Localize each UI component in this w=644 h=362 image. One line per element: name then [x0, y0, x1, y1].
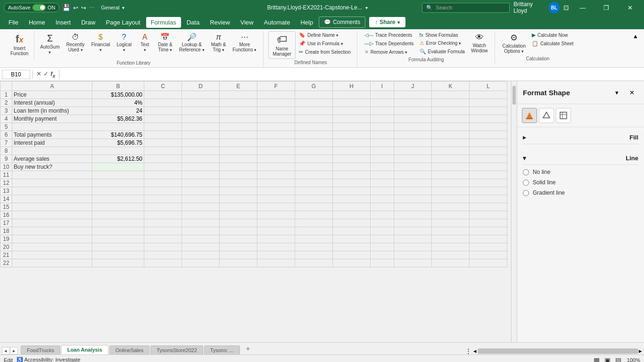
cell-k22[interactable] [432, 259, 470, 267]
cell-i11[interactable] [371, 171, 394, 179]
formula-confirm-icon[interactable]: ✓ [43, 70, 49, 79]
cell-i5[interactable] [371, 123, 394, 131]
cell-c10[interactable] [144, 163, 182, 171]
ribbon-display-icon[interactable]: ⊡ [563, 4, 569, 11]
cell-f19[interactable] [257, 235, 295, 243]
cell-f21[interactable] [257, 251, 295, 259]
evaluate-formula-button[interactable]: 🔍 Evaluate Formula [417, 48, 467, 56]
cell-e18[interactable] [220, 227, 257, 235]
save-icon[interactable]: 💾 [62, 4, 70, 11]
row-header-19[interactable]: 19 [0, 235, 12, 243]
row-header-3[interactable]: 3 [0, 107, 12, 115]
cell-j7[interactable] [394, 139, 432, 147]
no-line-option[interactable]: No line [523, 169, 638, 175]
gradient-line-radio[interactable] [523, 190, 529, 196]
spreadsheet[interactable]: A B C D E F G H I J K L 1Price$ [0, 81, 511, 342]
cell-i7[interactable] [371, 139, 394, 147]
cell-j22[interactable] [394, 259, 432, 267]
cell-l4[interactable] [470, 115, 507, 123]
cell-a8[interactable] [12, 147, 92, 155]
quick-access-dropdown[interactable]: ▾ [122, 5, 124, 10]
cell-h20[interactable] [333, 243, 371, 251]
ribbon-collapse-button[interactable]: ▲ [631, 31, 640, 41]
sheet-tab-foodtrucks[interactable]: FoodTrucks [21, 346, 60, 354]
cell-i14[interactable] [371, 195, 394, 203]
cell-l10[interactable] [470, 163, 507, 171]
cell-b14[interactable] [92, 195, 144, 203]
cell-h1[interactable] [333, 91, 371, 99]
cell-b13[interactable] [92, 187, 144, 195]
cell-b12[interactable] [92, 179, 144, 187]
cell-b16[interactable] [92, 211, 144, 219]
col-header-k[interactable]: K [432, 82, 470, 91]
cell-l15[interactable] [470, 203, 507, 211]
cell-a14[interactable] [12, 195, 92, 203]
cell-b6[interactable]: $140,696.75 [92, 131, 144, 139]
menu-draw[interactable]: Draw [76, 17, 100, 28]
cell-f12[interactable] [257, 179, 295, 187]
cell-d14[interactable] [182, 195, 220, 203]
sheet-tab-loan-analysis[interactable]: Loan Analysis [61, 345, 108, 354]
cell-g18[interactable] [295, 227, 333, 235]
text-button[interactable]: A Text▾ [135, 31, 154, 54]
solid-line-radio[interactable] [523, 180, 529, 186]
cell-a21[interactable] [12, 251, 92, 259]
cell-j12[interactable] [394, 179, 432, 187]
cell-e9[interactable] [220, 155, 257, 163]
cell-d8[interactable] [182, 147, 220, 155]
cell-e10[interactable] [220, 163, 257, 171]
cell-c5[interactable] [144, 123, 182, 131]
cell-k8[interactable] [432, 147, 470, 155]
autosave-badge[interactable]: AutoSave ON [4, 3, 59, 12]
cell-a16[interactable] [12, 211, 92, 219]
cell-k18[interactable] [432, 227, 470, 235]
cell-reference-input[interactable] [2, 70, 30, 79]
row-header-15[interactable]: 15 [0, 203, 12, 211]
undo-icon[interactable]: ↩ [73, 4, 78, 11]
cell-c8[interactable] [144, 147, 182, 155]
col-header-a[interactable]: A [12, 82, 92, 91]
formula-fx-icon[interactable]: fx [50, 70, 55, 79]
menu-review[interactable]: Review [205, 17, 235, 28]
calculate-sheet-button[interactable]: 📋 Calculate Sheet [529, 40, 576, 48]
cell-a22[interactable] [12, 259, 92, 267]
fill-section-header[interactable]: Fill [523, 131, 638, 144]
cell-g20[interactable] [295, 243, 333, 251]
row-header-13[interactable]: 13 [0, 187, 12, 195]
cell-g13[interactable] [295, 187, 333, 195]
cell-d19[interactable] [182, 235, 220, 243]
row-header-11[interactable]: 11 [0, 171, 12, 179]
cell-j19[interactable] [394, 235, 432, 243]
cell-e7[interactable] [220, 139, 257, 147]
col-header-l[interactable]: L [470, 82, 507, 91]
col-header-f[interactable]: F [257, 82, 295, 91]
cell-f8[interactable] [257, 147, 295, 155]
cell-j2[interactable] [394, 99, 432, 107]
cell-e15[interactable] [220, 203, 257, 211]
cell-k15[interactable] [432, 203, 470, 211]
row-header-4[interactable]: 4 [0, 115, 12, 123]
row-header-2[interactable]: 2 [0, 99, 12, 107]
cell-d6[interactable] [182, 131, 220, 139]
watch-window-button[interactable]: 👁 WatchWindow [468, 31, 491, 55]
financial-button[interactable]: $ Financial▾ [88, 31, 113, 54]
cell-d15[interactable] [182, 203, 220, 211]
cell-i10[interactable] [371, 163, 394, 171]
cell-a6[interactable]: Total payments [12, 131, 92, 139]
cell-e17[interactable] [220, 219, 257, 227]
cell-c20[interactable] [144, 243, 182, 251]
comments-button[interactable]: 💬 Comments [319, 16, 365, 28]
cell-h18[interactable] [333, 227, 371, 235]
cell-d12[interactable] [182, 179, 220, 187]
cell-d16[interactable] [182, 211, 220, 219]
cell-b11[interactable] [92, 171, 144, 179]
cell-e6[interactable] [220, 131, 257, 139]
cell-g3[interactable] [295, 107, 333, 115]
row-header-7[interactable]: 7 [0, 139, 12, 147]
cell-e4[interactable] [220, 115, 257, 123]
cell-d3[interactable] [182, 107, 220, 115]
cell-i9[interactable] [371, 155, 394, 163]
cell-h7[interactable] [333, 139, 371, 147]
vertical-scrollbar[interactable] [511, 81, 517, 342]
cell-e20[interactable] [220, 243, 257, 251]
